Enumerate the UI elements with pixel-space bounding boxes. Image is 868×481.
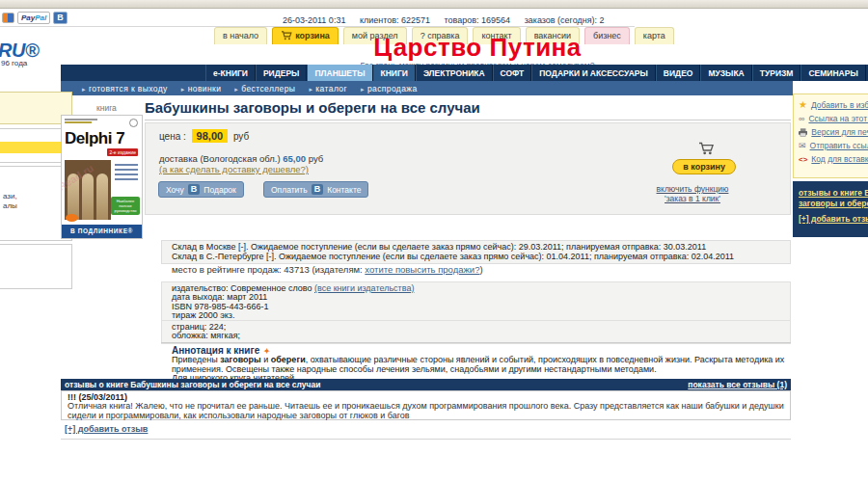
subnav-sale[interactable]: ▸распродажа <box>361 84 418 94</box>
site-banner-title: Царство Путина <box>318 35 637 60</box>
tool-row: ∞Ссылка на этот товар <box>799 114 868 123</box>
product-purchase-panel: цена : 98,00 руб доставка (Вологодская о… <box>145 122 791 215</box>
tab-readers[interactable]: РИДЕРЫ <box>256 65 308 81</box>
item-link-link[interactable]: Ссылка на этот товар <box>808 114 868 123</box>
subnav-bestsellers[interactable]: ▸бестселлеры <box>234 84 295 94</box>
add-favorites-link[interactable]: Добавить в избранное <box>811 100 868 110</box>
print-version-link[interactable]: Версия для печати <box>811 127 868 137</box>
add-review-link[interactable]: [+] добавить отзыв <box>65 424 148 434</box>
sidebar-add-review-link[interactable]: [+] добавить отзыв <box>799 214 868 224</box>
pages-line: страниц: 224; <box>172 323 780 332</box>
arrow-icon: ▸ <box>234 86 238 93</box>
subnav-new[interactable]: ▸новинки <box>181 84 222 94</box>
site-logo-years: 96 года <box>1 59 27 67</box>
tab-video[interactable]: ВИДЕО <box>656 65 701 81</box>
subnav-upcoming[interactable]: ▸готовятся к выходу <box>82 84 168 94</box>
tool-row: ★Добавить в избранное <box>799 99 868 110</box>
tab-tablets[interactable]: ПЛАНШЕТЫ <box>307 65 372 81</box>
arrow-icon: ▸ <box>309 86 312 93</box>
left-sidebar-box-clipped <box>0 244 72 289</box>
payment-card-icon <box>2 13 14 23</box>
books-subnav: ▸готовятся к выходу ▸новинки ▸бестселлер… <box>61 81 793 95</box>
cart-icon <box>281 31 292 40</box>
link-icon: ∞ <box>799 114 804 123</box>
bottom-divider <box>61 439 791 440</box>
tool-row: <>Код для вставки в блог <box>799 154 868 164</box>
show-all-reviews-link[interactable]: показать все отзывы (1) <box>688 380 787 389</box>
cover-author-line <box>65 121 92 123</box>
vk-pay-button[interactable]: Оплатить B Контакте <box>263 181 368 198</box>
product-title: Бабушкины заговоры и обереги на все случ… <box>145 99 791 116</box>
book-cover-image[interactable]: Delphi 7 2-е издание Наиболее полное рук… <box>61 115 143 239</box>
review-item: !!! (25/03/2011) Отличная книга! Жалею, … <box>61 390 791 420</box>
vk-icon: B <box>312 184 324 195</box>
stats-orders: заказов (сегодня): 2 <box>525 15 605 25</box>
arrow-icon: ▸ <box>181 86 185 93</box>
delivery-cheaper-link[interactable]: (а как сделать доставку дешевле?) <box>159 164 309 174</box>
raise-sales-link[interactable]: хотите повысить продажи? <box>365 264 479 275</box>
tab-soft[interactable]: СОФТ <box>493 65 532 81</box>
title-divider <box>145 120 791 120</box>
stock-info-box: Склад в Москве [-]. Ожидаемое поступлени… <box>161 240 791 264</box>
format-info-box: страниц: 224; обложка: мягкая; <box>161 320 791 344</box>
left-text-fragment: алы <box>3 201 17 210</box>
tab-gifts[interactable]: ПОДАРКИ И АКСЕССУАРЫ <box>531 65 656 81</box>
vk-icon: B <box>188 184 201 195</box>
cart-icon <box>698 142 715 155</box>
send-link-link[interactable]: Отправить ссылку <box>810 141 868 150</box>
arrow-icon: ▸ <box>82 86 86 93</box>
vk-want-gift-button[interactable]: Хочу B Подарок <box>158 181 244 198</box>
delivery-row: доставка (Вологодская обл.) 65,00 руб <box>159 153 323 164</box>
left-text-fragment: ази, <box>3 192 17 200</box>
envelope-icon: ✉ <box>799 141 806 150</box>
site-stats: 26-03-2011 0:31 клиентов: 622571 товаров… <box>283 15 616 25</box>
publisher-info-box: издательство: Современное слово (все кни… <box>161 281 791 324</box>
reviews-sidebar-box: отзывы о книге Бабушкины заговоры и обер… <box>793 181 868 237</box>
payment-badges: PayPal B <box>2 12 68 24</box>
tab-ebooks[interactable]: е-КНИГИ <box>205 65 256 81</box>
sidebar-reviews-link-line1[interactable]: отзывы о книге Бабушкины <box>799 188 868 198</box>
nav-sitemap-button[interactable]: карта <box>635 27 674 44</box>
tab-electronics[interactable]: ЭЛЕКТРОНИКА <box>416 65 493 81</box>
star-icon: ★ <box>799 99 807 110</box>
cover-edition-badge: 2-е издание <box>107 148 138 156</box>
stock-line-spb: Склад в С.-Петербурге [-]. Ожидаемое пос… <box>172 253 780 262</box>
cover-green-badge: Наиболее полное руководство <box>111 197 140 215</box>
price-value: 98,00 <box>192 129 229 143</box>
tab-music[interactable]: МУЗЫКА <box>700 65 751 81</box>
tab-tourism[interactable]: ТУРИЗМ <box>752 65 801 81</box>
publisher-books-link[interactable]: (все книги издательства) <box>314 283 414 293</box>
price-currency: руб <box>233 131 249 142</box>
delivery-price: 65,00 <box>283 153 306 164</box>
bank-badge: B <box>53 12 68 24</box>
cover-series-band: В ПОДЛИННИКЕ® <box>62 225 142 238</box>
embed-code-link[interactable]: Код для вставки в блог <box>811 154 868 164</box>
add-to-cart-button[interactable]: в корзину <box>672 159 736 174</box>
tool-row: ✉Отправить ссылку <box>799 141 868 150</box>
nav-home-button[interactable]: в начало <box>214 27 267 44</box>
code-icon: <> <box>799 155 807 164</box>
stats-datetime: 26-03-2011 0:31 <box>283 15 345 25</box>
isbn-line: ISBN 978-985-443-666-1 <box>172 303 780 311</box>
tab-seminars[interactable]: СЕМИНАРЫ <box>800 65 865 81</box>
reviews-header-title: отзывы о книге Бабушкины заговоры и обер… <box>65 380 320 389</box>
price-row: цена : 98,00 руб <box>159 130 249 142</box>
stats-clients: клиентов: 622571 <box>360 15 430 25</box>
tool-row: Версия для печати <box>799 127 868 137</box>
reviews-header-bar: отзывы о книге Бабушкины заговоры и обер… <box>61 379 791 390</box>
arrow-icon: ▸ <box>361 86 365 93</box>
cover-bullet-list <box>115 164 138 183</box>
tab-books[interactable]: КНИГИ <box>373 65 416 81</box>
product-tools-box: ★Добавить в избранное ∞Ссылка на этот то… <box>793 94 868 178</box>
review-body: Отличная книга! Жалею, что не прочитал е… <box>68 402 784 420</box>
one-click-order-link[interactable]: включить функцию 'заказ в 1 клик' <box>630 184 755 203</box>
paypal-badge: PayPal <box>17 12 50 24</box>
sidebar-reviews-link-line2[interactable]: заговоры и обереги на все <box>799 199 868 208</box>
price-label: цена : <box>159 131 186 142</box>
subnav-catalog[interactable]: ▸каталог <box>309 84 347 94</box>
window-chrome <box>0 0 868 9</box>
cover-title: Delphi 7 <box>65 129 124 148</box>
page: PayPal B 26-03-2011 0:31 клиентов: 62257… <box>0 0 868 481</box>
section-divider <box>161 342 791 343</box>
series-logo <box>66 214 78 222</box>
